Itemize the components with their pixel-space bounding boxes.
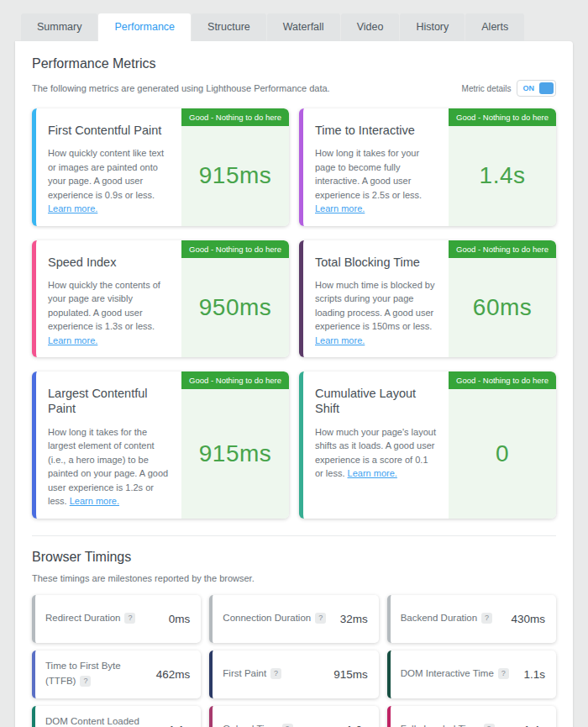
metric-score-area: Good - Nothing to do here 950ms <box>181 240 289 358</box>
timing-card-onload-time: Onload Time? 1.2s <box>209 706 378 727</box>
metric-description: How long it takes for your page to becom… <box>315 146 438 216</box>
timing-label: DOM Interactive Time? <box>401 666 509 682</box>
timing-value: 1.2s <box>341 724 368 727</box>
section-divider <box>32 535 556 536</box>
metric-description-text: How quickly the contents of your page ar… <box>48 280 160 332</box>
metric-card-grid: First Contentful Paint How quickly conte… <box>32 108 556 519</box>
timing-label: Backend Duration? <box>401 611 492 626</box>
timing-card-connection-duration: Connection Duration? 32ms <box>209 595 378 643</box>
learn-more-link[interactable]: Learn more. <box>48 335 97 345</box>
performance-report-panel: Performance Metrics The following metric… <box>15 41 573 727</box>
timing-label: First Paint? <box>223 666 281 682</box>
timing-value: 1.4s <box>518 724 545 727</box>
metric-title: Total Blocking Time <box>315 255 438 270</box>
status-badge: Good - Nothing to do here <box>181 240 289 258</box>
metric-description: How much time is blocked by scripts duri… <box>315 278 438 348</box>
learn-more-link[interactable]: Learn more. <box>348 468 397 478</box>
status-badge: Good - Nothing to do here <box>181 108 289 126</box>
timing-label: DOM Content Loaded Time? <box>45 714 156 727</box>
tab-performance[interactable]: Performance <box>98 13 191 41</box>
metric-card-total-blocking-time: Total Blocking Time How much time is blo… <box>299 240 556 358</box>
tab-structure[interactable]: Structure <box>192 13 266 41</box>
metric-description-text: How quickly content like text or images … <box>48 148 164 200</box>
timing-card-redirect-duration: Redirect Duration? 0ms <box>32 595 201 643</box>
metric-description: How much your page's layout shifts as it… <box>315 425 438 481</box>
timing-value: 32ms <box>335 613 368 625</box>
timing-label-text: Backend Duration <box>401 613 477 623</box>
metric-description-text: How much time is blocked by scripts duri… <box>315 280 434 332</box>
help-icon[interactable]: ? <box>80 676 91 687</box>
tab-alerts[interactable]: Alerts <box>465 13 524 41</box>
tab-summary[interactable]: Summary <box>21 13 97 41</box>
learn-more-link[interactable]: Learn more. <box>70 496 119 506</box>
timing-value: 0ms <box>164 613 191 625</box>
help-icon[interactable]: ? <box>498 668 509 679</box>
metric-value: 0 <box>449 389 556 518</box>
metric-card-time-to-interactive: Time to Interactive How long it takes fo… <box>299 108 556 226</box>
timing-card-first-paint: First Paint? 915ms <box>209 651 378 698</box>
metric-card-speed-index: Speed Index How quickly the contents of … <box>32 240 289 358</box>
status-badge: Good - Nothing to do here <box>449 240 556 258</box>
metric-title: Speed Index <box>48 255 171 270</box>
metric-value: 950ms <box>181 258 289 358</box>
status-badge: Good - Nothing to do here <box>449 371 556 389</box>
help-icon[interactable]: ? <box>124 613 135 624</box>
timing-card-backend-duration: Backend Duration? 430ms <box>387 595 556 643</box>
timing-label-text: Onload Time <box>223 724 277 727</box>
metric-title: First Contentful Paint <box>48 123 171 138</box>
help-icon[interactable]: ? <box>282 724 293 727</box>
tab-waterfall[interactable]: Waterfall <box>267 13 340 41</box>
learn-more-link[interactable]: Learn more. <box>315 203 365 213</box>
timing-label-text: Redirect Duration <box>45 613 120 623</box>
browser-timings-description: These timings are milestones reported by… <box>32 573 556 583</box>
timing-value: 915ms <box>328 668 368 681</box>
metric-description-text: How long it takes for your page to becom… <box>315 148 422 200</box>
timing-label-text: Connection Duration <box>223 613 311 623</box>
metric-description: How quickly the contents of your page ar… <box>48 278 171 348</box>
help-icon[interactable]: ? <box>270 668 281 679</box>
metric-title: Largest Contentful Paint <box>48 386 171 416</box>
tab-history[interactable]: History <box>400 13 465 41</box>
metric-description: How quickly content like text or images … <box>48 146 171 216</box>
timing-card-dom-content-loaded-time: DOM Content Loaded Time? 1.1s <box>32 706 201 727</box>
performance-metrics-heading: Performance Metrics <box>32 56 556 71</box>
report-tabbar: Summary Performance Structure Waterfall … <box>21 13 588 41</box>
help-icon[interactable]: ? <box>315 613 326 624</box>
timing-label: Fully Loaded Time? <box>401 722 495 727</box>
tab-video[interactable]: Video <box>341 13 400 41</box>
timing-card-dom-interactive-time: DOM Interactive Time? 1.1s <box>387 651 556 698</box>
timing-card-grid: Redirect Duration? 0ms Connection Durati… <box>32 595 556 727</box>
timing-label-text: Fully Loaded Time <box>401 724 480 727</box>
status-badge: Good - Nothing to do here <box>449 108 556 126</box>
help-icon[interactable]: ? <box>484 724 495 727</box>
learn-more-link[interactable]: Learn more. <box>48 203 97 213</box>
timing-label: Time to First Byte (TTFB)? <box>45 659 151 689</box>
metric-details-toggle[interactable]: ON <box>517 80 557 97</box>
metric-title: Cumulative Layout Shift <box>315 386 438 416</box>
metric-details-label: Metric details <box>462 84 512 93</box>
metric-card-cumulative-layout-shift: Cumulative Layout Shift How much your pa… <box>299 371 556 518</box>
status-badge: Good - Nothing to do here <box>181 371 289 389</box>
timing-label: Connection Duration? <box>223 611 326 626</box>
timing-card-time-to-first-byte: Time to First Byte (TTFB)? 462ms <box>32 651 201 698</box>
browser-timings-heading: Browser Timings <box>32 550 556 565</box>
metric-description-text: How long it takes for the largest elemen… <box>48 427 168 507</box>
timing-card-fully-loaded-time: Fully Loaded Time? 1.4s <box>387 706 556 727</box>
metric-score-area: Good - Nothing to do here 915ms <box>181 371 289 518</box>
performance-metrics-description: The following metrics are generated usin… <box>32 83 330 93</box>
timing-label-text: DOM Interactive Time <box>401 668 494 678</box>
metric-value: 915ms <box>181 126 289 226</box>
metric-score-area: Good - Nothing to do here 60ms <box>449 240 556 358</box>
learn-more-link[interactable]: Learn more. <box>315 335 365 345</box>
metric-score-area: Good - Nothing to do here 915ms <box>181 108 289 226</box>
metric-score-area: Good - Nothing to do here 1.4s <box>449 108 556 226</box>
timing-value: 1.1s <box>518 668 545 681</box>
help-icon[interactable]: ? <box>481 613 492 624</box>
metric-value: 1.4s <box>449 126 556 226</box>
toggle-knob-icon <box>539 82 554 94</box>
timing-label: Redirect Duration? <box>45 611 135 626</box>
metric-description: How long it takes for the largest elemen… <box>48 425 171 508</box>
toggle-on-text: ON <box>523 84 535 92</box>
metric-score-area: Good - Nothing to do here 0 <box>449 371 556 518</box>
metric-title: Time to Interactive <box>315 123 438 138</box>
